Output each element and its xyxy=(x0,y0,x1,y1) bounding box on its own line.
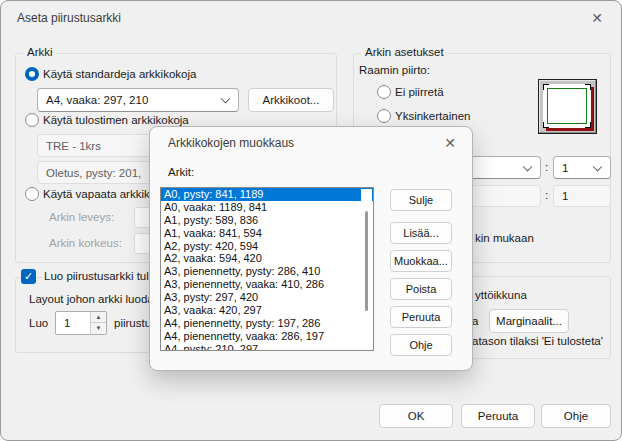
poista-button[interactable]: Poista xyxy=(390,278,452,300)
radio-use-free[interactable] xyxy=(25,187,39,201)
sheet-height-label: Arkin korkeus: xyxy=(49,237,122,249)
standard-size-value: A4, vaaka: 297, 210 xyxy=(46,94,148,106)
list-item[interactable]: A1, pysty: 589, 836 xyxy=(161,214,373,227)
list-item[interactable]: A1, vaaka: 841, 594 xyxy=(161,227,373,240)
radio-use-standard[interactable] xyxy=(25,67,39,81)
spinner-down-icon[interactable]: ▼ xyxy=(91,323,106,334)
arkkikoot-button[interactable]: Arkkikoot... xyxy=(248,88,334,112)
list-item[interactable]: A0, pysty: 841, 1189 xyxy=(161,188,373,201)
list-item[interactable]: A4, pysty: 210, 297 xyxy=(161,343,373,351)
create-sheet-checkbox-label[interactable]: Luo piirustusarkki tulost xyxy=(42,270,166,282)
printer-default-value: Oletus, pysty: 201, xyxy=(46,167,141,179)
scale-colon2: : xyxy=(545,189,548,201)
screen: Aseta piirustusarkki ✕ Arkki Käytä stand… xyxy=(0,0,622,441)
fragment-state-label: atason tilaksi 'Ei tulosteta' xyxy=(472,335,603,347)
fragment-window-label: yttöikkuna xyxy=(475,289,527,301)
radio-ei-piirreta-label[interactable]: Ei piirretä xyxy=(395,86,444,98)
marginaalit-button[interactable]: Marginaalit... xyxy=(489,309,569,333)
window-title: Aseta piirustusarkki xyxy=(17,11,121,25)
list-item[interactable]: A3, vaaka: 420, 297 xyxy=(161,304,373,317)
radio-ei-piirreta[interactable] xyxy=(377,85,391,99)
radio-yksinkertainen-label[interactable]: Yksinkertainen xyxy=(395,110,470,122)
list-item[interactable]: A4, pienennetty, pysty: 197, 286 xyxy=(161,317,373,330)
list-item[interactable]: A2, vaaka: 594, 420 xyxy=(161,252,373,265)
crop-mark-icon xyxy=(543,84,549,90)
radio-use-free-label[interactable]: Käytä vapaata arkkik xyxy=(43,188,150,200)
list-item[interactable]: A3, pienennetty, pysty: 286, 410 xyxy=(161,265,373,278)
modal-close-icon[interactable]: ✕ xyxy=(444,135,456,151)
fragment-mukaan-label: kin mukaan xyxy=(475,232,534,244)
count-suffix-label: piirustu xyxy=(114,317,151,329)
group-arkki-label: Arkki xyxy=(23,46,57,58)
scrollbar-thumb[interactable] xyxy=(365,211,368,311)
modal-title: Arkkikokojen muokkaus xyxy=(168,136,294,150)
list-item[interactable]: A3, pienennetty, vaaka: 410, 286 xyxy=(161,278,373,291)
muokkaa-button[interactable]: Muokkaa... xyxy=(390,250,452,272)
standard-size-combobox[interactable]: A4, vaaka: 297, 210 xyxy=(37,88,239,112)
sheet-preview-frame xyxy=(547,88,587,124)
scale-right-field-disabled: 1 xyxy=(553,185,611,207)
arkit-label: Arkit: xyxy=(168,166,194,178)
sheet-count-spinner[interactable]: 1 ▲ ▼ xyxy=(55,311,107,335)
ok-button[interactable]: OK xyxy=(379,404,453,428)
sheet-preview-paper xyxy=(543,84,591,128)
lisaa-button[interactable]: Lisää... xyxy=(390,222,452,244)
group-arkin-asetukset-label: Arkin asetukset xyxy=(361,46,448,58)
modal-ohje-button[interactable]: Ohje xyxy=(390,334,452,356)
radio-yksinkertainen[interactable] xyxy=(377,109,391,123)
main-dialog: Aseta piirustusarkki ✕ Arkki Käytä stand… xyxy=(0,0,622,441)
help-button[interactable]: Ohje xyxy=(541,404,611,428)
radio-use-printer[interactable] xyxy=(25,113,39,127)
raamin-piirto-label: Raamin piirto: xyxy=(359,64,430,76)
crop-mark-icon xyxy=(543,122,549,128)
spinner-up-icon[interactable]: ▲ xyxy=(91,312,106,323)
scale-right-field-value: 1 xyxy=(562,190,568,202)
sheet-preview xyxy=(538,79,597,134)
sheet-size-list[interactable]: A0, pysty: 841, 1189 A0, vaaka: 1189, 84… xyxy=(160,187,374,351)
spinner-buttons: ▲ ▼ xyxy=(90,312,106,334)
close-icon[interactable]: ✕ xyxy=(591,10,603,26)
radio-use-printer-label[interactable]: Käytä tulostimen arkkikokoja xyxy=(43,114,189,126)
modal-peruuta-button[interactable]: Peruuta xyxy=(390,306,452,328)
chevron-down-icon xyxy=(523,161,533,171)
sulje-button[interactable]: Sulje xyxy=(390,189,452,211)
scale-right-combobox[interactable]: 1 xyxy=(553,156,611,179)
radio-use-standard-label[interactable]: Käytä standardeja arkkikokoja xyxy=(43,68,196,80)
list-item[interactable]: A2, pysty: 420, 594 xyxy=(161,240,373,253)
count-prefix-label: Luo xyxy=(29,317,48,329)
chevron-down-icon xyxy=(221,94,231,104)
scale-right-value: 1 xyxy=(562,162,568,174)
sheet-width-label: Arkin leveys: xyxy=(49,211,114,223)
list-item[interactable]: A4, pienennetty, vaaka: 286, 197 xyxy=(161,330,373,343)
printer-sheet-value: TRE - 1krs xyxy=(46,140,101,152)
layout-label: Layout johon arkki luoda xyxy=(29,293,154,305)
chevron-down-icon xyxy=(593,161,603,171)
list-item[interactable]: A3, pysty: 297, 420 xyxy=(161,291,373,304)
cancel-button[interactable]: Peruuta xyxy=(461,404,535,428)
list-item[interactable]: A0, vaaka: 1189, 841 xyxy=(161,201,373,214)
modal-arkkikokojen-muokkaus: Arkkikokojen muokkaus ✕ Arkit: A0, pysty… xyxy=(149,126,473,371)
crop-mark-icon xyxy=(585,122,591,128)
scale-colon: : xyxy=(545,161,548,173)
crop-mark-icon xyxy=(585,84,591,90)
list-scrollbar[interactable] xyxy=(361,189,372,349)
sheet-count-value: 1 xyxy=(64,317,70,329)
create-sheet-checkbox[interactable]: ✓ xyxy=(21,269,36,284)
